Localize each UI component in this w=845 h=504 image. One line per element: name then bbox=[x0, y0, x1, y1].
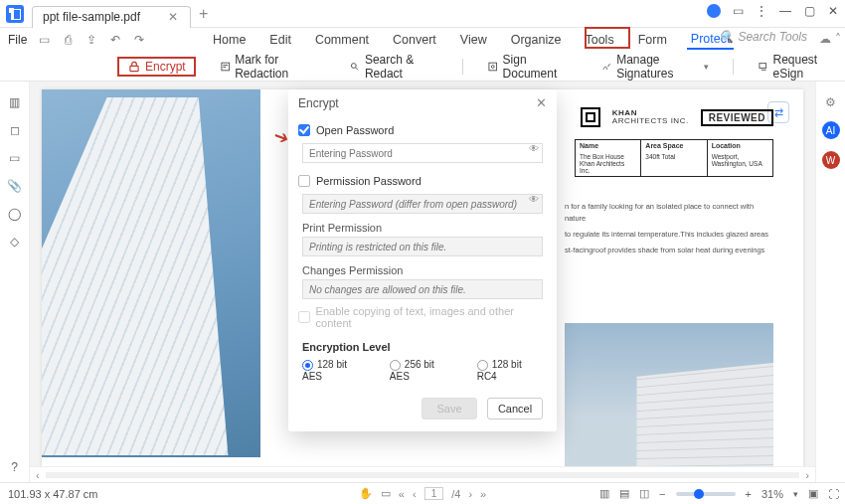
document-tab[interactable]: ppt file-sample.pdf ✕ bbox=[32, 6, 191, 28]
menu-file[interactable]: File bbox=[8, 33, 27, 47]
reviewed-stamp: REVIEWED bbox=[701, 109, 773, 126]
changes-permission-select bbox=[302, 279, 543, 299]
avatar-icon[interactable] bbox=[707, 4, 721, 18]
thumbnails-icon[interactable]: ▥ bbox=[9, 95, 20, 109]
save-icon[interactable]: ▭ bbox=[37, 33, 51, 47]
save-button[interactable]: Save bbox=[422, 398, 477, 420]
info-table: Name Area Space Location The Box House K… bbox=[575, 139, 773, 177]
redaction-icon bbox=[220, 60, 231, 74]
prev-page-icon[interactable]: ‹ bbox=[413, 488, 417, 500]
search-tools[interactable]: 🔍 Search Tools bbox=[719, 30, 807, 44]
zoom-slider[interactable] bbox=[676, 492, 736, 496]
redo-icon[interactable]: ↷ bbox=[132, 33, 146, 47]
para3: st-facingroof provides shade from solar … bbox=[565, 245, 773, 256]
menu-home[interactable]: Home bbox=[209, 31, 250, 49]
sidebar-right: ⚙ AI W bbox=[815, 82, 845, 482]
scroll-left-icon[interactable]: ‹ bbox=[36, 469, 40, 481]
view-continuous-icon[interactable]: ▤ bbox=[619, 487, 629, 500]
view-facing-icon[interactable]: ◫ bbox=[639, 487, 649, 500]
first-page-icon[interactable]: « bbox=[399, 488, 405, 500]
app-icon bbox=[6, 5, 24, 23]
menu-edit[interactable]: Edit bbox=[265, 31, 295, 49]
search-redact-icon bbox=[349, 60, 360, 74]
hand-tool-icon[interactable]: ✋ bbox=[359, 487, 373, 500]
close-tab-icon[interactable]: ✕ bbox=[168, 10, 178, 24]
fit-page-icon[interactable]: ▣ bbox=[808, 487, 818, 500]
layers-icon[interactable]: ◇ bbox=[10, 235, 19, 249]
menu-comment[interactable]: Comment bbox=[311, 31, 373, 49]
dialog-title: Encrypt bbox=[298, 96, 339, 110]
open-password-input[interactable] bbox=[302, 143, 543, 163]
body-text: n for a family looking for an isolated p… bbox=[565, 201, 773, 260]
zoom-out-icon[interactable]: − bbox=[659, 488, 665, 500]
permission-password-label: Permission Password bbox=[316, 175, 422, 187]
scroll-right-icon[interactable]: › bbox=[805, 469, 809, 481]
title-bar: ppt file-sample.pdf ✕ + ▭ ⋮ — ▢ ✕ bbox=[0, 0, 845, 28]
scroll-track[interactable] bbox=[46, 472, 800, 478]
menu-form[interactable]: Form bbox=[634, 31, 671, 49]
new-tab-button[interactable]: + bbox=[199, 5, 208, 23]
mark-redaction-button[interactable]: Mark for Redaction bbox=[212, 50, 326, 84]
cloud-icon[interactable]: ☁ bbox=[819, 32, 831, 46]
menu-view[interactable]: View bbox=[456, 31, 491, 49]
close-window-button[interactable]: ✕ bbox=[827, 5, 839, 17]
page-input[interactable]: 1 bbox=[424, 487, 444, 500]
attachments-icon[interactable]: 📎 bbox=[7, 179, 22, 193]
collapse-ribbon-icon[interactable]: ˄ bbox=[835, 32, 841, 46]
window-controls: ▭ ⋮ — ▢ ✕ bbox=[707, 4, 839, 18]
view-single-icon[interactable]: ▥ bbox=[599, 487, 609, 500]
page-dimensions: 101.93 x 47.87 cm bbox=[8, 488, 98, 500]
word-icon[interactable]: W bbox=[822, 151, 840, 169]
share-icon[interactable]: ⇪ bbox=[84, 33, 98, 47]
last-page-icon[interactable]: » bbox=[480, 488, 486, 500]
zoom-in-icon[interactable]: + bbox=[746, 488, 752, 500]
manage-signatures-button[interactable]: Manage Signatures▾ bbox=[593, 50, 717, 84]
permission-password-checkbox[interactable] bbox=[298, 175, 310, 187]
chat-icon[interactable]: ▭ bbox=[733, 4, 744, 18]
dialog-close-icon[interactable]: ✕ bbox=[536, 95, 547, 110]
kebab-icon[interactable]: ⋮ bbox=[756, 4, 767, 18]
select-tool-icon[interactable]: ▭ bbox=[381, 487, 391, 500]
menu-organize[interactable]: Organize bbox=[507, 31, 566, 49]
hero-image bbox=[42, 89, 260, 457]
encrypt-button[interactable]: Encrypt bbox=[117, 57, 196, 77]
print-permission-select bbox=[302, 237, 543, 256]
search-panel-icon[interactable]: ◯ bbox=[8, 207, 21, 221]
horizontal-scrollbar[interactable]: ‹ › bbox=[30, 466, 815, 482]
radio-256aes[interactable]: 256 bit AES bbox=[390, 359, 455, 382]
request-esign-label: Request eSign bbox=[773, 53, 838, 81]
building-graphic bbox=[42, 97, 251, 455]
open-password-checkbox[interactable] bbox=[298, 124, 310, 136]
bookmarks-icon[interactable]: ◻ bbox=[10, 123, 20, 137]
maximize-button[interactable]: ▢ bbox=[803, 5, 815, 17]
th-location: Location bbox=[708, 140, 772, 151]
svg-rect-0 bbox=[130, 66, 138, 71]
khan-text: KHAN ARCHITECTS INC. bbox=[612, 109, 689, 125]
enable-copy-checkbox bbox=[298, 311, 310, 323]
zoom-caret-icon[interactable]: ▾ bbox=[793, 489, 798, 499]
logo-row: KHAN ARCHITECTS INC. REVIEWED bbox=[581, 107, 773, 127]
td-name: The Box House Khan Architects Inc. bbox=[576, 151, 641, 176]
radio-128rc4[interactable]: 128 bit RC4 bbox=[477, 359, 543, 382]
toggle-visibility-icon[interactable]: 👁 bbox=[529, 143, 539, 154]
help-icon[interactable]: ? bbox=[11, 460, 18, 474]
menu-convert[interactable]: Convert bbox=[389, 31, 440, 49]
fullscreen-icon[interactable]: ⛶ bbox=[828, 488, 839, 500]
undo-icon[interactable]: ↶ bbox=[108, 33, 122, 47]
properties-icon[interactable]: ⚙ bbox=[825, 95, 836, 109]
menu-bar: File ▭ ⎙ ⇪ ↶ ↷ Home Edit Comment Convert… bbox=[0, 28, 845, 52]
sign-icon bbox=[487, 60, 498, 74]
print-icon[interactable]: ⎙ bbox=[61, 33, 75, 47]
zoom-value[interactable]: 31% bbox=[761, 488, 783, 500]
radio-128aes[interactable]: 128 bit AES bbox=[302, 359, 368, 382]
cancel-button[interactable]: Cancel bbox=[487, 398, 543, 420]
menu-tools[interactable]: Tools bbox=[581, 31, 617, 49]
ai-icon[interactable]: AI bbox=[822, 121, 840, 139]
zoom-thumb[interactable] bbox=[694, 489, 704, 499]
search-redact-button[interactable]: Search & Redact bbox=[341, 50, 446, 84]
request-esign-button[interactable]: Request eSign bbox=[750, 50, 845, 84]
minimize-button[interactable]: — bbox=[779, 5, 791, 17]
comments-icon[interactable]: ▭ bbox=[9, 151, 20, 165]
next-page-icon[interactable]: › bbox=[468, 488, 472, 500]
sign-document-button[interactable]: Sign Document bbox=[479, 50, 578, 84]
